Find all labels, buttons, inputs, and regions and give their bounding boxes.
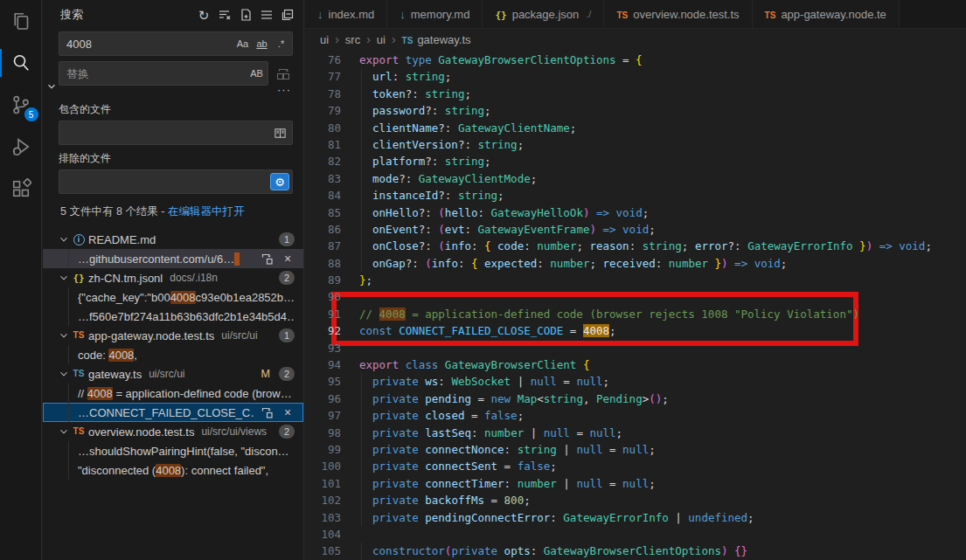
line-number[interactable]: 94	[305, 356, 341, 373]
code-line[interactable]: 76export type GatewayBrowserClientOption…	[305, 52, 966, 68]
replace-all-icon[interactable]	[274, 64, 293, 83]
line-number[interactable]: 99	[305, 441, 341, 458]
code-line[interactable]: 80 clientName?: GatewayClientName;	[305, 120, 966, 136]
activity-bar-explorer[interactable]	[0, 0, 42, 42]
tab-package.json[interactable]: {}package.json./	[483, 0, 604, 28]
code-line[interactable]: 81 clientVersion?: string;	[305, 136, 966, 153]
use-exclude-settings-gear-icon[interactable]: ⚙	[270, 173, 289, 190]
code-line[interactable]: 90	[305, 288, 966, 305]
open-new-search-editor-icon[interactable]	[239, 8, 253, 22]
tab-memory.md[interactable]: ↓memory.md	[387, 0, 483, 28]
code-line[interactable]: 93	[305, 340, 966, 356]
refresh-icon[interactable]: ↻	[197, 8, 211, 22]
code-line[interactable]: 85 onHello?: (hello: GatewayHelloOk) => …	[305, 204, 966, 221]
line-number[interactable]: 90	[305, 288, 341, 305]
chevron-down-icon[interactable]	[57, 328, 71, 342]
line-number[interactable]: 86	[305, 221, 341, 238]
toggle-replace-chevron-icon[interactable]	[45, 80, 58, 93]
toggle-search-details-icon[interactable]: ···	[277, 87, 291, 96]
code-line[interactable]: 98 private lastSeq: number | null = null…	[305, 425, 966, 441]
code-line[interactable]: 87 onClose?: (info: { code: number; reas…	[305, 238, 966, 254]
code-line[interactable]: 79 password?: string;	[305, 102, 966, 119]
result-file-row[interactable]: iREADME.md1	[43, 230, 303, 249]
result-match-row[interactable]: // 4008 = application-defined code (brow…	[43, 384, 303, 403]
line-number[interactable]: 80	[305, 120, 341, 136]
chevron-down-icon[interactable]	[57, 232, 71, 246]
code-line[interactable]: 82 platform?: string;	[305, 153, 966, 169]
code-line[interactable]: 99 private connectNonce: string | null =…	[305, 441, 966, 458]
chevron-down-icon[interactable]	[57, 425, 71, 439]
line-number[interactable]: 96	[305, 391, 341, 407]
code-line[interactable]: 102 private backoffMs = 800;	[305, 492, 966, 508]
activity-bar-search[interactable]	[0, 42, 42, 84]
result-match-row[interactable]: …shouldShowPairingHint(false, "discon…	[43, 441, 303, 460]
code-line[interactable]: 96 private pending = new Map<string, Pen…	[305, 391, 966, 407]
line-number[interactable]: 88	[305, 255, 341, 272]
code-line[interactable]: 91// 4008 = application-defined code (br…	[305, 306, 966, 322]
chevron-down-icon[interactable]	[57, 367, 71, 381]
result-file-row[interactable]: TSapp-gateway.node.test.tsui/src/ui1	[43, 326, 303, 345]
result-file-row[interactable]: TSoverview.node.test.tsui/src/ui/views2	[43, 422, 303, 441]
code-line[interactable]: 86 onEvent?: (evt: GatewayEventFrame) =>…	[305, 221, 966, 238]
code-line[interactable]: 97 private closed = false;	[305, 407, 966, 424]
replace-input[interactable]	[59, 61, 268, 86]
line-number[interactable]: 95	[305, 373, 341, 390]
line-number[interactable]: 76	[305, 52, 341, 68]
line-number[interactable]: 93	[305, 340, 341, 356]
activity-bar-extensions[interactable]	[0, 168, 42, 210]
breadcrumb[interactable]: ui›src›ui›TSgateway.ts	[305, 29, 966, 50]
line-number[interactable]: 85	[305, 204, 341, 221]
line-number[interactable]: 104	[305, 526, 341, 543]
activity-bar-source-control[interactable]: 5	[0, 84, 42, 126]
result-match-row[interactable]: …githubusercontent.com/u/6…×	[43, 249, 303, 268]
code-line[interactable]: 92const CONNECT_FAILED_CLOSE_CODE = 4008…	[305, 322, 966, 339]
breadcrumb-file[interactable]: TSgateway.ts	[402, 33, 471, 46]
code-line[interactable]: 95 private ws: WebSocket | null = null;	[305, 373, 966, 390]
line-number[interactable]: 105	[305, 543, 341, 559]
tab-app-gateway.node.te[interactable]: TSapp-gateway.node.te	[753, 0, 900, 28]
collapse-all-icon[interactable]	[281, 8, 295, 22]
line-number[interactable]: 87	[305, 238, 341, 254]
line-number[interactable]: 98	[305, 425, 341, 441]
search-open-editors-icon[interactable]	[270, 124, 289, 142]
regex-icon[interactable]: .*	[273, 35, 289, 52]
match-case-icon[interactable]: Aa	[234, 35, 251, 52]
line-number[interactable]: 79	[305, 102, 341, 119]
code-line[interactable]: 84 instanceId?: string;	[305, 187, 966, 204]
whole-word-icon[interactable]: ab	[254, 35, 270, 52]
code-line[interactable]: 88 onGap?: (info: { expected: number; re…	[305, 255, 966, 272]
code-line[interactable]: 101 private connectTimer: number | null …	[305, 475, 966, 492]
line-number[interactable]: 77	[305, 68, 341, 85]
clear-search-results-icon[interactable]	[218, 8, 232, 22]
tab-index.md[interactable]: ↓index.md	[305, 0, 387, 28]
code-line[interactable]: 105 constructor(private opts: GatewayBro…	[305, 543, 966, 559]
line-number[interactable]: 89	[305, 272, 341, 288]
line-number[interactable]: 78	[305, 86, 341, 102]
line-number[interactable]: 97	[305, 407, 341, 424]
files-exclude-input[interactable]	[59, 169, 293, 194]
line-number[interactable]: 84	[305, 187, 341, 204]
open-in-editor-link[interactable]: 在编辑器中打开	[168, 205, 245, 218]
view-as-tree-icon[interactable]	[260, 8, 274, 22]
line-number[interactable]: 83	[305, 170, 341, 187]
preserve-case-icon[interactable]: AB	[248, 65, 265, 82]
activity-bar-run-debug[interactable]	[0, 126, 42, 168]
result-match-row[interactable]: …f560e7bf274a11b63b63dfc2b1e34b5d4…	[43, 307, 303, 326]
tab-overview.node.test.ts[interactable]: TSoverview.node.test.ts	[604, 0, 752, 28]
result-match-row[interactable]: {"cache_key":"b004008c93e0b1ea2852b…	[43, 287, 303, 307]
breadcrumb-item[interactable]: ui	[377, 33, 386, 46]
line-number[interactable]: 103	[305, 509, 341, 526]
line-number[interactable]: 91	[305, 306, 341, 322]
files-include-input[interactable]	[59, 121, 293, 145]
close-icon[interactable]: ×	[281, 405, 295, 419]
code-line[interactable]: 83 mode?: GatewayClientMode;	[305, 170, 966, 187]
result-file-row[interactable]: {}zh-CN.tm.jsonldocs/.i18n2	[43, 268, 303, 287]
chevron-down-icon[interactable]	[57, 271, 71, 285]
breadcrumb-item[interactable]: src	[345, 33, 360, 46]
line-number[interactable]: 101	[305, 475, 341, 492]
code-line[interactable]: 100 private connectSent = false;	[305, 458, 966, 474]
line-number[interactable]: 81	[305, 136, 341, 153]
result-match-row[interactable]: …CONNECT_FAILED_CLOSE_C…×	[43, 403, 303, 422]
replace-icon[interactable]	[260, 252, 274, 266]
breadcrumb-item[interactable]: ui	[320, 33, 329, 46]
